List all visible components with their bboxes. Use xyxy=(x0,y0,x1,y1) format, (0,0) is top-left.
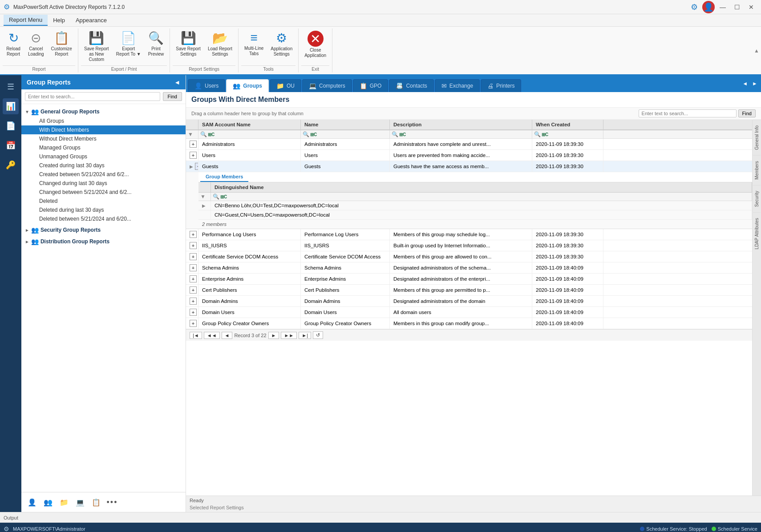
sidebar-bottom-report[interactable]: 📋 xyxy=(89,495,103,509)
sidebar-item-deleted-range[interactable]: Deleted between 5/21/2024 and 6/20... xyxy=(21,214,186,223)
tab-contacts[interactable]: 📇 Contacts xyxy=(389,79,433,92)
ribbon-collapse-btn[interactable]: ▲ xyxy=(752,28,761,73)
row-7-expand-btn[interactable]: + xyxy=(190,264,197,271)
nav-next[interactable]: ► xyxy=(268,332,279,339)
sidebar-item-changed-30[interactable]: Changed during last 30 days xyxy=(21,179,186,188)
nav-last[interactable]: ►| xyxy=(299,332,311,339)
side-tab-members[interactable]: Members xyxy=(753,155,761,185)
tree-group-distribution-header[interactable]: ► 👥 Distribution Group Reports xyxy=(21,237,186,246)
report-search-btn[interactable]: Find xyxy=(738,109,756,117)
left-nav-key[interactable]: 🔑 xyxy=(3,157,19,173)
sidebar-bottom-more[interactable]: ••• xyxy=(105,495,119,509)
minimize-btn[interactable]: — xyxy=(716,1,729,13)
row-10-expand-btn[interactable]: + xyxy=(190,298,197,305)
grid-col-desc[interactable]: Description xyxy=(390,120,532,129)
multiline-tabs-btn[interactable]: ≡ Multi-LineTabs xyxy=(241,28,267,59)
sub-filter-dn[interactable]: 🔍 ⊞C xyxy=(211,193,752,201)
side-tab-ldap[interactable]: LDAP Attributes xyxy=(753,212,761,254)
maximize-btn[interactable]: ☐ xyxy=(731,1,743,13)
save-new-custom-btn[interactable]: 💾 Save Reportas New Custom xyxy=(81,28,112,64)
grid-col-name[interactable]: Name xyxy=(301,120,390,129)
tree-group-distribution: ► 👥 Distribution Group Reports xyxy=(21,236,186,247)
sub-tab-group-members[interactable]: Group Members xyxy=(200,172,248,182)
sidebar-item-unmanaged[interactable]: Unmanaged Groups xyxy=(21,152,186,161)
filter-name[interactable]: 🔍 ⊞C xyxy=(301,130,390,138)
sidebar-bottom-users[interactable]: 👥 xyxy=(41,495,55,509)
tab-ou[interactable]: 📁 OU xyxy=(270,79,301,92)
save-report-settings-btn[interactable]: 💾 Save ReportSettings xyxy=(173,28,204,59)
left-nav-calendar[interactable]: 📅 xyxy=(3,137,19,153)
export-report-btn[interactable]: 📄 ExportReport To ▼ xyxy=(113,28,144,59)
row-2-expand-btn[interactable]: + xyxy=(190,152,197,159)
sub-row-1-arrow[interactable]: ▶ xyxy=(202,203,206,208)
load-report-settings-btn[interactable]: 📂 Load ReportSettings xyxy=(205,28,235,59)
row-8-expand-btn[interactable]: + xyxy=(190,275,197,282)
nav-next-page[interactable]: ►► xyxy=(281,332,297,339)
list-item: CN=Guest,CN=Users,DC=maxpowersoft,DC=loc… xyxy=(198,210,752,220)
sidebar-item-without-direct[interactable]: Without Direct Members xyxy=(21,134,186,143)
filter-sam[interactable]: 🔍 ⊞C xyxy=(198,130,301,138)
tab-nav-right[interactable]: ► xyxy=(750,80,759,88)
row-9-expand-btn[interactable]: + xyxy=(190,286,197,294)
sub-col-dn[interactable]: Distinguished Name xyxy=(211,182,752,192)
close-btn[interactable]: ✕ xyxy=(745,1,757,13)
cancel-loading-btn[interactable]: ⊝ CancelLoading xyxy=(25,28,47,59)
sidebar-search-input[interactable] xyxy=(25,92,160,101)
tab-groups[interactable]: 👥 Groups xyxy=(226,79,269,92)
sidebar-item-deleted-30[interactable]: Deleted during last 30 days xyxy=(21,206,186,214)
filter-when[interactable]: 🔍 ⊞C xyxy=(532,130,603,138)
sidebar-item-created-30[interactable]: Created during last 30 days xyxy=(21,161,186,170)
menu-appearance[interactable]: Appearance xyxy=(70,15,112,25)
menu-bar: Report Menu Help Appearance xyxy=(0,14,761,27)
row-6-expand-btn[interactable]: + xyxy=(190,253,197,260)
user-btn[interactable]: 👤 xyxy=(702,1,715,13)
row-3-expand-btn[interactable]: − xyxy=(195,163,198,170)
sidebar-item-created-range[interactable]: Created between 5/21/2024 and 6/2... xyxy=(21,170,186,179)
settings-btn[interactable]: ⚙ xyxy=(688,1,700,13)
report-search-input[interactable] xyxy=(639,109,737,117)
sidebar-bottom-computer[interactable]: 💻 xyxy=(73,495,87,509)
app-settings-btn[interactable]: ⚙ ApplicationSettings xyxy=(267,28,295,59)
left-nav-docs[interactable]: 📄 xyxy=(3,118,19,134)
tree-group-security-header[interactable]: ► 👥 Security Group Reports xyxy=(21,225,186,235)
nav-refresh[interactable]: ↺ xyxy=(313,331,323,339)
sidebar-bottom-folder[interactable]: 📁 xyxy=(57,495,71,509)
side-tab-general-info[interactable]: General Info xyxy=(753,120,761,155)
row-1-expand-btn[interactable]: + xyxy=(190,141,197,148)
customize-report-btn[interactable]: 📋 CustomizeReport xyxy=(48,28,75,59)
sidebar-item-changed-range[interactable]: Changed between 5/21/2024 and 6/2... xyxy=(21,188,186,197)
nav-first[interactable]: |◄ xyxy=(190,332,202,339)
tab-printers[interactable]: 🖨 Printers xyxy=(481,79,521,92)
row-12-expand-btn[interactable]: + xyxy=(190,320,197,327)
side-tab-security[interactable]: Security xyxy=(753,185,761,212)
sidebar-search-btn[interactable]: Find xyxy=(163,92,182,101)
left-nav-reports[interactable]: 📊 xyxy=(3,98,19,114)
sidebar-bottom-user[interactable]: 👤 xyxy=(25,495,39,509)
row-3-arrow[interactable]: ▶ xyxy=(190,164,193,169)
close-application-btn[interactable]: ✕ CloseApplication xyxy=(301,28,329,60)
tab-computers[interactable]: 💻 Computers xyxy=(302,79,352,92)
grid-col-when[interactable]: When Created xyxy=(532,120,603,129)
print-preview-btn[interactable]: 🔍 PrintPreview xyxy=(145,28,167,59)
sidebar-item-all-groups[interactable]: All Groups xyxy=(21,117,186,125)
nav-prev-page[interactable]: ◄◄ xyxy=(204,332,220,339)
sidebar-item-managed[interactable]: Managed Groups xyxy=(21,143,186,152)
tree-group-general-header[interactable]: ▼ 👥 General Group Reports xyxy=(21,107,186,117)
row-5-expand-btn[interactable]: + xyxy=(190,242,197,249)
grid-col-sam[interactable]: SAM Account Name xyxy=(198,120,301,129)
sidebar-collapse-btn[interactable]: ◄ xyxy=(174,79,180,86)
tab-nav-left[interactable]: ◄ xyxy=(741,80,749,88)
left-nav-menu[interactable]: ☰ xyxy=(3,79,19,95)
row-4-expand-btn[interactable]: + xyxy=(190,231,197,238)
menu-help[interactable]: Help xyxy=(48,15,70,25)
sidebar-item-deleted[interactable]: Deleted xyxy=(21,197,186,206)
tab-exchange[interactable]: ✉ Exchange xyxy=(435,79,480,92)
tab-users[interactable]: 👤 Users xyxy=(188,79,225,92)
tab-gpo[interactable]: 📋 GPO xyxy=(353,79,389,92)
filter-desc[interactable]: 🔍 ⊞C xyxy=(390,130,532,138)
nav-prev[interactable]: ◄ xyxy=(222,332,233,339)
reload-report-btn[interactable]: ↻ ReloadReport xyxy=(3,28,24,59)
row-11-expand-btn[interactable]: + xyxy=(190,309,197,316)
menu-report-menu[interactable]: Report Menu xyxy=(4,15,48,26)
sidebar-item-with-direct[interactable]: With Direct Members xyxy=(21,125,186,134)
